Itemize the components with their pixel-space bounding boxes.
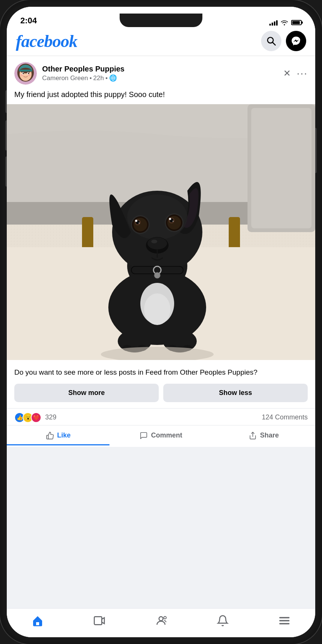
reaction-count: 329 (45, 413, 56, 421)
post-header: Other Peoples Puppies Cameron Green • 22… (7, 56, 315, 89)
share-action-icon (249, 431, 257, 440)
header-icons (261, 31, 306, 51)
post-text: My friend just adopted this puppy! Sooo … (7, 89, 315, 104)
like-action-icon (46, 431, 54, 440)
share-label: Share (260, 431, 279, 439)
svg-line-1 (273, 43, 275, 45)
svg-point-55 (154, 272, 160, 278)
separator2: • (105, 74, 108, 82)
svg-point-10 (23, 73, 24, 73)
post-meta: Other Peoples Puppies Cameron Green • 22… (42, 65, 278, 82)
post-card: Other Peoples Puppies Cameron Green • 22… (7, 56, 315, 447)
avatar (14, 62, 37, 85)
svg-rect-65 (36, 622, 39, 625)
svg-point-51 (144, 293, 170, 325)
svg-point-67 (159, 617, 163, 621)
post-time: 22h (93, 74, 104, 82)
status-icons (269, 20, 302, 26)
svg-point-13 (28, 74, 31, 76)
phone-screen: 2:04 (7, 7, 315, 637)
messenger-icon (291, 36, 301, 46)
comment-action-icon (140, 431, 148, 440)
post-header-actions: ✕ ··· (283, 67, 308, 79)
comment-count: 124 Comments (262, 413, 308, 421)
search-icon (266, 36, 276, 46)
reaction-emojis: 👍 😮 ❤️ (14, 412, 39, 423)
globe-icon: 🌐 (109, 74, 117, 82)
home-nav-icon (32, 615, 44, 627)
svg-point-41 (167, 216, 181, 229)
nav-bell[interactable] (192, 612, 254, 630)
menu-nav-icon (278, 615, 290, 627)
feed[interactable]: Other Peoples Puppies Cameron Green • 22… (7, 56, 315, 608)
separator: • (90, 74, 92, 82)
nav-people[interactable] (130, 612, 192, 630)
svg-point-12 (20, 74, 23, 76)
fb-header: facebook (7, 28, 315, 56)
svg-point-37 (135, 220, 137, 222)
page-name: Other Peoples Puppies (42, 65, 278, 73)
svg-point-45 (173, 221, 174, 222)
reactions-row: 👍 😮 ❤️ 329 124 Comments (7, 408, 315, 425)
phone-frame: 2:04 (0, 0, 322, 644)
reactions-left: 👍 😮 ❤️ 329 (14, 412, 56, 423)
more-options-button[interactable]: ··· (297, 67, 308, 79)
like-label: Like (57, 431, 71, 439)
close-button[interactable]: ✕ (283, 68, 291, 79)
feed-prompt-text: Do you want to see more or less posts in… (14, 368, 308, 378)
svg-point-34 (134, 218, 147, 231)
sub-name: Cameron Green (42, 74, 88, 82)
status-time: 2:04 (20, 16, 37, 26)
search-button[interactable] (261, 31, 281, 51)
notch (120, 14, 202, 27)
signal-bars-icon (269, 20, 278, 26)
feed-prompt-buttons: Show more Show less (14, 384, 308, 402)
feed-prompt: Do you want to see more or less posts in… (7, 360, 315, 408)
battery-icon (291, 20, 302, 25)
svg-rect-23 (251, 108, 311, 228)
wifi-icon (281, 20, 288, 26)
nav-home[interactable] (7, 612, 68, 630)
show-more-button[interactable]: Show more (14, 384, 159, 402)
like-button[interactable]: Like (7, 427, 109, 445)
post-image (7, 104, 315, 360)
svg-point-47 (147, 237, 167, 249)
svg-point-68 (164, 617, 166, 619)
people-nav-icon (155, 615, 167, 627)
post-sub: Cameron Green • 22h • 🌐 (42, 74, 278, 82)
nav-menu[interactable] (254, 612, 315, 630)
video-nav-icon (93, 615, 105, 627)
svg-point-38 (139, 223, 140, 224)
action-buttons: Like Comment Share (7, 425, 315, 447)
comment-label: Comment (151, 431, 182, 439)
nav-video[interactable] (68, 612, 130, 630)
svg-rect-14 (19, 70, 32, 71)
svg-point-48 (151, 240, 157, 243)
messenger-button[interactable] (286, 31, 306, 51)
share-button[interactable]: Share (213, 427, 315, 445)
svg-point-44 (169, 218, 171, 220)
bottom-nav (7, 608, 315, 637)
heart-reaction: ❤️ (31, 412, 41, 423)
comment-button[interactable]: Comment (109, 427, 212, 445)
show-less-button[interactable]: Show less (163, 384, 308, 402)
fb-logo: facebook (16, 31, 77, 51)
svg-point-11 (29, 73, 29, 73)
svg-rect-66 (94, 617, 102, 624)
bell-nav-icon (217, 615, 229, 627)
